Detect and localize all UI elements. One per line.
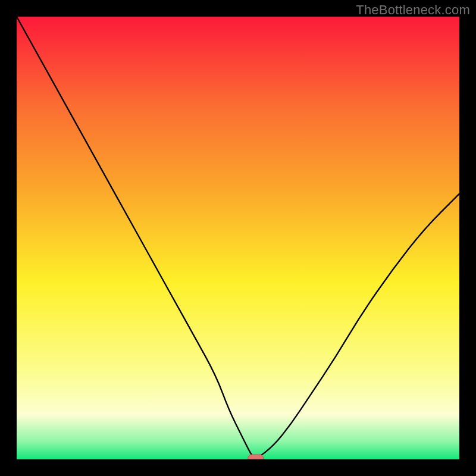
optimum-marker (248, 455, 264, 459)
plot-svg (17, 17, 459, 459)
gradient-background (17, 17, 459, 459)
attribution-label: TheBottleneck.com (356, 2, 470, 18)
plot-area (17, 17, 459, 459)
chart-frame: TheBottleneck.com (0, 0, 476, 476)
